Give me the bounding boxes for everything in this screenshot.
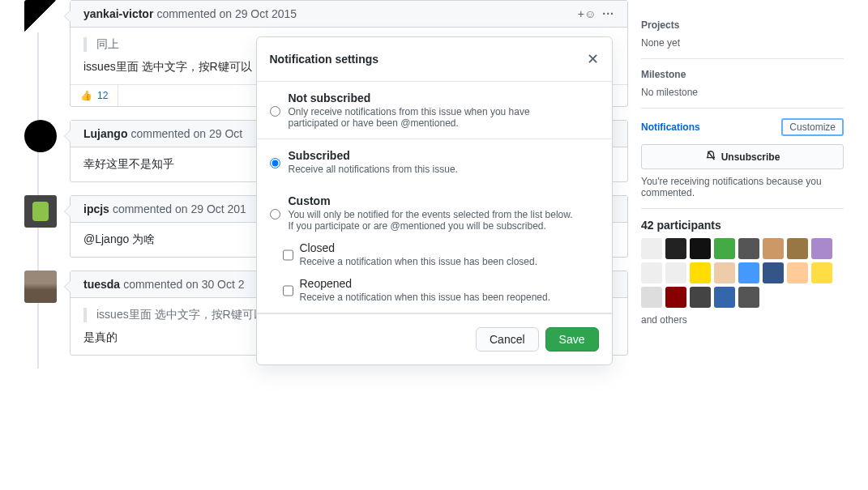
- option-label: Custom: [289, 194, 580, 207]
- checkbox-closed[interactable]: [283, 243, 293, 267]
- option-desc: Only receive notifications from this iss…: [289, 106, 580, 129]
- option-label: Not subscribed: [289, 92, 580, 104]
- cancel-button[interactable]: Cancel: [476, 327, 539, 352]
- radio-not-subscribed[interactable]: [270, 94, 280, 129]
- modal-footer: Cancel Save: [257, 313, 612, 364]
- option-label: Subscribed: [289, 149, 458, 162]
- close-icon[interactable]: ✕: [587, 50, 599, 68]
- custom-sub-options: Closed Receive a notification when this …: [270, 241, 599, 303]
- modal-overlay: Notification settings ✕ Not subscribed O…: [0, 0, 868, 369]
- sub-option-label: Closed: [300, 241, 538, 254]
- option-custom: Custom You will only be notified for the…: [257, 185, 612, 313]
- notification-settings-modal: Notification settings ✕ Not subscribed O…: [256, 36, 613, 365]
- save-button[interactable]: Save: [545, 327, 599, 352]
- sub-option-desc: Receive a notification when this issue h…: [300, 292, 551, 303]
- sub-option-desc: Receive a notification when this issue h…: [300, 256, 538, 267]
- modal-header: Notification settings ✕: [257, 37, 612, 82]
- option-not-subscribed[interactable]: Not subscribed Only receive notification…: [257, 82, 612, 139]
- checkbox-reopened[interactable]: [283, 279, 293, 303]
- option-subscribed[interactable]: Subscribed Receive all notifications fro…: [257, 139, 612, 185]
- sub-option-closed[interactable]: Closed Receive a notification when this …: [283, 241, 599, 267]
- radio-subscribed[interactable]: [270, 151, 280, 175]
- modal-title: Notification settings: [270, 53, 379, 66]
- sub-option-label: Reopened: [300, 277, 551, 290]
- option-desc: Receive all notifications from this issu…: [289, 164, 458, 175]
- option-desc: You will only be notified for the events…: [289, 209, 580, 232]
- radio-custom[interactable]: [270, 197, 280, 232]
- sub-option-reopened[interactable]: Reopened Receive a notification when thi…: [283, 277, 599, 303]
